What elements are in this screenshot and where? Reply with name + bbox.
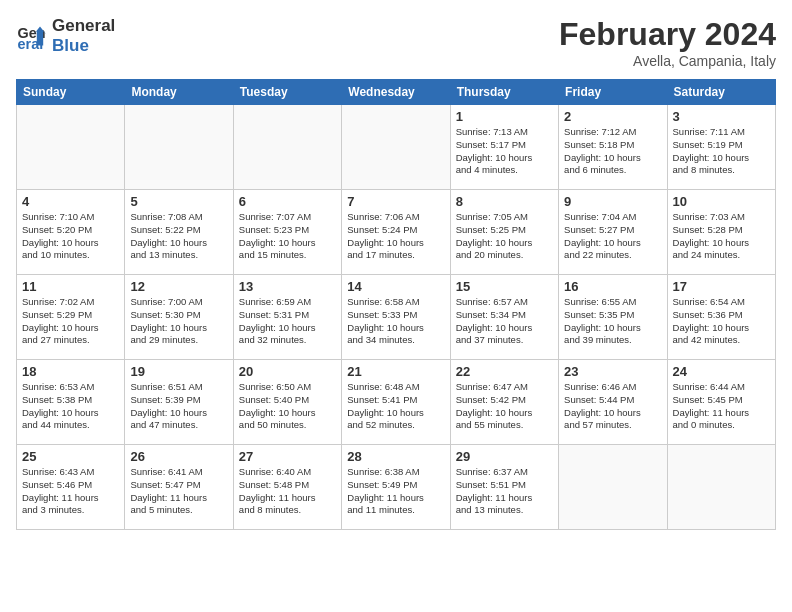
calendar-cell: 26Sunrise: 6:41 AM Sunset: 5:47 PM Dayli…: [125, 445, 233, 530]
day-header-monday: Monday: [125, 80, 233, 105]
title-block: February 2024 Avella, Campania, Italy: [559, 16, 776, 69]
calendar-cell: 18Sunrise: 6:53 AM Sunset: 5:38 PM Dayli…: [17, 360, 125, 445]
calendar-cell: 10Sunrise: 7:03 AM Sunset: 5:28 PM Dayli…: [667, 190, 775, 275]
day-info: Sunrise: 6:37 AM Sunset: 5:51 PM Dayligh…: [456, 466, 553, 517]
logo-line2: Blue: [52, 36, 115, 56]
calendar-cell: 23Sunrise: 6:46 AM Sunset: 5:44 PM Dayli…: [559, 360, 667, 445]
day-info: Sunrise: 6:51 AM Sunset: 5:39 PM Dayligh…: [130, 381, 227, 432]
day-info: Sunrise: 6:47 AM Sunset: 5:42 PM Dayligh…: [456, 381, 553, 432]
day-info: Sunrise: 6:46 AM Sunset: 5:44 PM Dayligh…: [564, 381, 661, 432]
calendar-cell: 9Sunrise: 7:04 AM Sunset: 5:27 PM Daylig…: [559, 190, 667, 275]
day-info: Sunrise: 6:50 AM Sunset: 5:40 PM Dayligh…: [239, 381, 336, 432]
day-info: Sunrise: 6:38 AM Sunset: 5:49 PM Dayligh…: [347, 466, 444, 517]
day-number: 26: [130, 449, 227, 464]
day-info: Sunrise: 6:57 AM Sunset: 5:34 PM Dayligh…: [456, 296, 553, 347]
calendar-cell: [559, 445, 667, 530]
day-number: 25: [22, 449, 119, 464]
day-number: 3: [673, 109, 770, 124]
day-info: Sunrise: 6:44 AM Sunset: 5:45 PM Dayligh…: [673, 381, 770, 432]
calendar-cell: 28Sunrise: 6:38 AM Sunset: 5:49 PM Dayli…: [342, 445, 450, 530]
day-number: 2: [564, 109, 661, 124]
day-header-thursday: Thursday: [450, 80, 558, 105]
day-number: 29: [456, 449, 553, 464]
calendar-cell: 16Sunrise: 6:55 AM Sunset: 5:35 PM Dayli…: [559, 275, 667, 360]
calendar-cell: 14Sunrise: 6:58 AM Sunset: 5:33 PM Dayli…: [342, 275, 450, 360]
day-info: Sunrise: 6:48 AM Sunset: 5:41 PM Dayligh…: [347, 381, 444, 432]
day-info: Sunrise: 6:54 AM Sunset: 5:36 PM Dayligh…: [673, 296, 770, 347]
calendar-cell: 24Sunrise: 6:44 AM Sunset: 5:45 PM Dayli…: [667, 360, 775, 445]
calendar-table: SundayMondayTuesdayWednesdayThursdayFrid…: [16, 79, 776, 530]
day-number: 4: [22, 194, 119, 209]
day-number: 28: [347, 449, 444, 464]
calendar-cell: 27Sunrise: 6:40 AM Sunset: 5:48 PM Dayli…: [233, 445, 341, 530]
calendar-cell: 13Sunrise: 6:59 AM Sunset: 5:31 PM Dayli…: [233, 275, 341, 360]
header-row: SundayMondayTuesdayWednesdayThursdayFrid…: [17, 80, 776, 105]
day-header-sunday: Sunday: [17, 80, 125, 105]
day-number: 1: [456, 109, 553, 124]
logo-line1: General: [52, 16, 115, 36]
calendar-cell: [667, 445, 775, 530]
day-number: 14: [347, 279, 444, 294]
day-header-friday: Friday: [559, 80, 667, 105]
logo-icon: Gen eral: [16, 20, 48, 52]
calendar-cell: 8Sunrise: 7:05 AM Sunset: 5:25 PM Daylig…: [450, 190, 558, 275]
day-info: Sunrise: 6:55 AM Sunset: 5:35 PM Dayligh…: [564, 296, 661, 347]
calendar-cell: 3Sunrise: 7:11 AM Sunset: 5:19 PM Daylig…: [667, 105, 775, 190]
day-number: 20: [239, 364, 336, 379]
day-number: 10: [673, 194, 770, 209]
calendar-cell: [125, 105, 233, 190]
week-row-1: 4Sunrise: 7:10 AM Sunset: 5:20 PM Daylig…: [17, 190, 776, 275]
calendar-title: February 2024: [559, 16, 776, 53]
logo: Gen eral General Blue: [16, 16, 115, 57]
day-info: Sunrise: 7:04 AM Sunset: 5:27 PM Dayligh…: [564, 211, 661, 262]
day-number: 23: [564, 364, 661, 379]
day-number: 27: [239, 449, 336, 464]
calendar-cell: 17Sunrise: 6:54 AM Sunset: 5:36 PM Dayli…: [667, 275, 775, 360]
day-number: 15: [456, 279, 553, 294]
day-number: 5: [130, 194, 227, 209]
calendar-cell: 7Sunrise: 7:06 AM Sunset: 5:24 PM Daylig…: [342, 190, 450, 275]
day-info: Sunrise: 7:06 AM Sunset: 5:24 PM Dayligh…: [347, 211, 444, 262]
day-number: 18: [22, 364, 119, 379]
calendar-cell: 20Sunrise: 6:50 AM Sunset: 5:40 PM Dayli…: [233, 360, 341, 445]
day-number: 8: [456, 194, 553, 209]
day-info: Sunrise: 7:11 AM Sunset: 5:19 PM Dayligh…: [673, 126, 770, 177]
day-number: 16: [564, 279, 661, 294]
calendar-cell: [17, 105, 125, 190]
calendar-subtitle: Avella, Campania, Italy: [559, 53, 776, 69]
day-info: Sunrise: 6:59 AM Sunset: 5:31 PM Dayligh…: [239, 296, 336, 347]
week-row-0: 1Sunrise: 7:13 AM Sunset: 5:17 PM Daylig…: [17, 105, 776, 190]
calendar-cell: 15Sunrise: 6:57 AM Sunset: 5:34 PM Dayli…: [450, 275, 558, 360]
day-info: Sunrise: 6:41 AM Sunset: 5:47 PM Dayligh…: [130, 466, 227, 517]
calendar-cell: 29Sunrise: 6:37 AM Sunset: 5:51 PM Dayli…: [450, 445, 558, 530]
calendar-cell: 6Sunrise: 7:07 AM Sunset: 5:23 PM Daylig…: [233, 190, 341, 275]
week-row-4: 25Sunrise: 6:43 AM Sunset: 5:46 PM Dayli…: [17, 445, 776, 530]
day-info: Sunrise: 7:03 AM Sunset: 5:28 PM Dayligh…: [673, 211, 770, 262]
day-number: 22: [456, 364, 553, 379]
day-info: Sunrise: 7:08 AM Sunset: 5:22 PM Dayligh…: [130, 211, 227, 262]
calendar-cell: 5Sunrise: 7:08 AM Sunset: 5:22 PM Daylig…: [125, 190, 233, 275]
day-info: Sunrise: 7:07 AM Sunset: 5:23 PM Dayligh…: [239, 211, 336, 262]
day-info: Sunrise: 7:00 AM Sunset: 5:30 PM Dayligh…: [130, 296, 227, 347]
day-info: Sunrise: 6:58 AM Sunset: 5:33 PM Dayligh…: [347, 296, 444, 347]
calendar-cell: 1Sunrise: 7:13 AM Sunset: 5:17 PM Daylig…: [450, 105, 558, 190]
day-header-wednesday: Wednesday: [342, 80, 450, 105]
day-number: 19: [130, 364, 227, 379]
calendar-cell: 25Sunrise: 6:43 AM Sunset: 5:46 PM Dayli…: [17, 445, 125, 530]
day-info: Sunrise: 7:05 AM Sunset: 5:25 PM Dayligh…: [456, 211, 553, 262]
day-number: 17: [673, 279, 770, 294]
day-info: Sunrise: 7:02 AM Sunset: 5:29 PM Dayligh…: [22, 296, 119, 347]
day-number: 9: [564, 194, 661, 209]
day-number: 11: [22, 279, 119, 294]
day-info: Sunrise: 6:43 AM Sunset: 5:46 PM Dayligh…: [22, 466, 119, 517]
day-header-saturday: Saturday: [667, 80, 775, 105]
day-number: 21: [347, 364, 444, 379]
day-info: Sunrise: 6:40 AM Sunset: 5:48 PM Dayligh…: [239, 466, 336, 517]
day-info: Sunrise: 7:10 AM Sunset: 5:20 PM Dayligh…: [22, 211, 119, 262]
calendar-cell: 19Sunrise: 6:51 AM Sunset: 5:39 PM Dayli…: [125, 360, 233, 445]
page-header: Gen eral General Blue February 2024 Avel…: [16, 16, 776, 69]
day-number: 7: [347, 194, 444, 209]
week-row-3: 18Sunrise: 6:53 AM Sunset: 5:38 PM Dayli…: [17, 360, 776, 445]
day-number: 6: [239, 194, 336, 209]
day-number: 13: [239, 279, 336, 294]
